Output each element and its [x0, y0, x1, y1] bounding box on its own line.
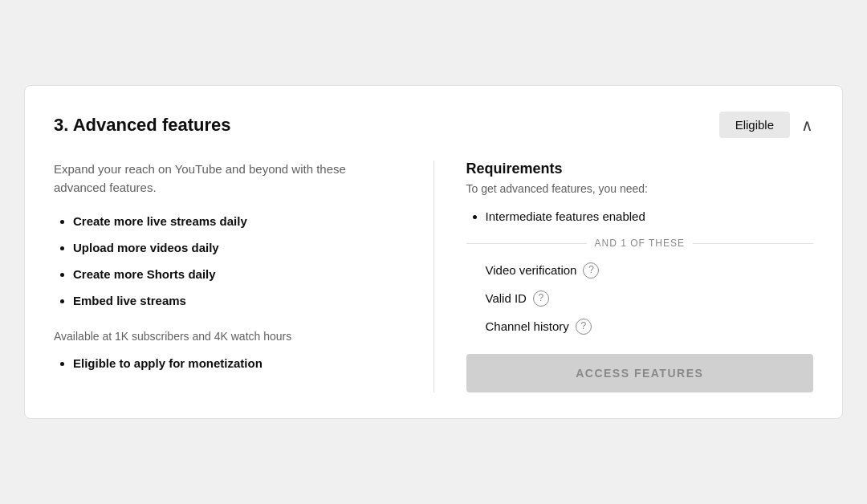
header-right: Eligible ∧ — [719, 112, 813, 138]
video-verification-help-icon[interactable]: ? — [583, 262, 599, 278]
list-item: Create more Shorts daily — [73, 266, 401, 282]
list-item: Embed live streams — [73, 292, 401, 309]
required-base-list: Intermediate features enabled — [466, 208, 814, 225]
description-text: Expand your reach on YouTube and beyond … — [54, 161, 401, 197]
card-body: Expand your reach on YouTube and beyond … — [54, 161, 813, 392]
list-item: Valid ID ? — [486, 290, 814, 307]
channel-history-label: Channel history — [486, 318, 569, 335]
list-item: Channel history ? — [486, 318, 814, 335]
valid-id-help-icon[interactable]: ? — [533, 291, 549, 307]
eligible-badge[interactable]: Eligible — [719, 112, 790, 138]
channel-history-help-icon[interactable]: ? — [576, 319, 592, 335]
list-item: Video verification ? — [486, 262, 814, 278]
list-item: Create more live streams daily — [73, 213, 401, 230]
list-item: Intermediate features enabled — [486, 208, 814, 225]
requirements-subtitle: To get advanced features, you need: — [466, 182, 814, 195]
divider-label: AND 1 OF THESE — [595, 238, 685, 249]
card-header: 3. Advanced features Eligible ∧ — [54, 112, 813, 138]
valid-id-label: Valid ID — [486, 290, 527, 307]
list-item: Eligible to apply for monetization — [73, 356, 401, 370]
advanced-features-card: 3. Advanced features Eligible ∧ Expand y… — [24, 85, 843, 419]
left-panel: Expand your reach on YouTube and beyond … — [54, 161, 434, 392]
monetization-list: Eligible to apply for monetization — [54, 356, 401, 370]
availability-text: Available at 1K subscribers and 4K watch… — [54, 328, 401, 345]
section-title: 3. Advanced features — [54, 115, 231, 136]
list-item: Upload more videos daily — [73, 239, 401, 256]
chevron-up-icon[interactable]: ∧ — [801, 117, 813, 133]
video-verification-label: Video verification — [486, 262, 577, 278]
access-features-button[interactable]: ACCESS FEATURES — [466, 354, 814, 392]
requirements-title: Requirements — [466, 161, 814, 177]
features-list: Create more live streams daily Upload mo… — [54, 213, 401, 309]
and-divider: AND 1 OF THESE — [466, 238, 814, 249]
required-one-of-list: Video verification ? Valid ID ? Channel … — [466, 262, 814, 335]
right-panel: Requirements To get advanced features, y… — [434, 161, 814, 392]
